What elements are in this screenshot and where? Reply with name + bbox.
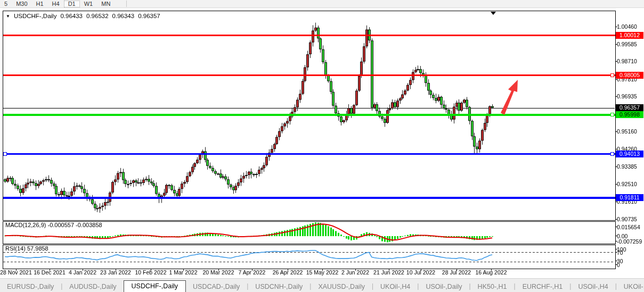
- price-axis-tick: 0.99585: [617, 41, 643, 47]
- price-axis-badge-0.91811: 0.91811: [616, 194, 643, 201]
- rsi-axis-label: 70: [617, 249, 643, 256]
- timeframe-button-H1[interactable]: H1: [32, 1, 48, 7]
- price-axis-tick: 0.95160: [617, 128, 643, 135]
- tab-usdcnh-daily[interactable]: USDCNH-,Daily: [248, 281, 309, 292]
- line-handle[interactable]: [610, 73, 614, 77]
- tab-hk50-h1[interactable]: HK50-,H1: [471, 281, 514, 292]
- chart-tab-bar: EURUSD-,Daily|AUDUSD-,DailyUSDCHF-,Daily…: [0, 278, 644, 292]
- price-axis-badge-0.94013: 0.94013: [616, 151, 643, 157]
- tab-usdchf-daily[interactable]: USDCHF-,Daily: [124, 280, 186, 292]
- trend-arrow-annotation[interactable]: [499, 79, 523, 117]
- tab-ukoil-h4[interactable]: UKOil-,H4: [617, 281, 644, 292]
- macd-signal-value: -0.003858: [76, 222, 102, 228]
- price-axis-tick: 1.00460: [617, 23, 643, 30]
- price-axis-tick: 0.92510: [617, 181, 643, 187]
- price-axis-badge-1.00012: 1.00012: [616, 32, 643, 39]
- tab-usoil-h4[interactable]: USOil-,H4: [571, 281, 615, 292]
- timeframe-button-5[interactable]: 5: [0, 1, 12, 7]
- rsi-label: RSI(14) 57.9858: [5, 245, 48, 252]
- timeframe-button-M30[interactable]: M30: [12, 1, 31, 7]
- chart-canvas[interactable]: [0, 0, 644, 292]
- ohlc-high: 0.96532: [86, 13, 109, 19]
- tab-xauusd-daily[interactable]: XAUUSD-,Daily: [311, 281, 372, 292]
- price-level-line-0.94013[interactable]: [3, 153, 615, 155]
- macd-axis-label: 0.015654: [617, 224, 643, 230]
- timeframe-button-D1[interactable]: D1: [64, 1, 80, 7]
- line-handle[interactable]: [610, 152, 614, 156]
- ohlc-close: 0.96357: [138, 13, 160, 19]
- macd-main-value: -0.000557: [47, 222, 74, 228]
- tab-ukoil-h4[interactable]: UKOil-,H4: [373, 281, 417, 292]
- chart-title: ▼USDCHF-,Daily0.964330.965320.963430.963…: [6, 13, 160, 19]
- price-axis-tick: 0.98710: [617, 58, 643, 64]
- tab-usoil-daily[interactable]: USOil-,Daily: [419, 281, 469, 292]
- date-axis-label: 16 Aug 2022: [470, 269, 512, 276]
- price-axis-tick: 0.96935: [617, 93, 643, 99]
- rsi-value: 57.9858: [27, 245, 48, 252]
- timeframe-button-MN[interactable]: MN: [97, 1, 115, 7]
- price-level-line-0.91811[interactable]: [3, 197, 615, 199]
- price-axis-tick: 0.90735: [617, 216, 643, 222]
- terminal-window: 5M30H1H4D1W1MN ▼USDCHF-,Daily0.964330.96…: [0, 0, 644, 292]
- chart-menu-icon[interactable]: ▼: [6, 14, 10, 19]
- price-axis-badge-0.98005: 0.98005: [616, 72, 643, 79]
- ohlc-open: 0.96433: [60, 13, 83, 19]
- price-axis-badge-0.96357: 0.96357: [616, 104, 643, 111]
- price-axis-badge-0.95998: 0.95998: [616, 111, 643, 118]
- tab-usdcad-daily[interactable]: USDCAD-,Daily: [186, 281, 247, 292]
- price-level-line-1.00012[interactable]: [3, 35, 615, 36]
- timeframe-button-H4[interactable]: H4: [48, 1, 64, 7]
- rsi-axis-label: 0: [617, 262, 643, 268]
- macd-label: MACD(12,26,9) -0.000557 -0.003858: [5, 222, 102, 228]
- ohlc-low: 0.96343: [112, 13, 135, 19]
- chart-symbol-label: USDCHF-,Daily: [14, 13, 57, 19]
- chart-shift-marker-icon[interactable]: [491, 12, 496, 15]
- tab-eurchf-h1[interactable]: EURCHF-,H1: [516, 281, 570, 292]
- tab-audusd-daily[interactable]: AUDUSD-,Daily: [62, 281, 123, 292]
- price-level-line-0.98005[interactable]: [3, 74, 615, 76]
- price-axis-tick: 0.93385: [617, 163, 643, 170]
- line-handle[interactable]: [3, 152, 7, 156]
- macd-axis-label: -0.007259: [617, 238, 643, 245]
- tab-eurusd-daily[interactable]: EURUSD-,Daily: [0, 281, 61, 292]
- toolbar-divider: [126, 1, 127, 7]
- price-level-line-0.95998[interactable]: [3, 114, 615, 116]
- timeframe-button-W1[interactable]: W1: [80, 1, 97, 7]
- timeframe-toolbar: 5M30H1H4D1W1MN: [0, 0, 644, 8]
- line-handle[interactable]: [610, 113, 614, 116]
